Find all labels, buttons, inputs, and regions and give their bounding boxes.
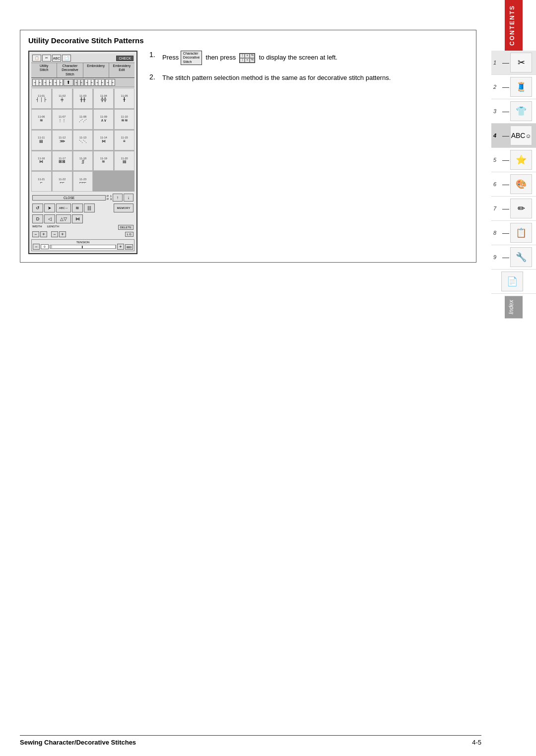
character-stitch-btn[interactable]: CharacterDecorativeStitch xyxy=(181,51,202,65)
tab-utility[interactable]: UtilityStitch xyxy=(31,63,57,77)
grid-cell-3: % xyxy=(250,54,255,58)
close-button[interactable]: CLOSE xyxy=(32,195,106,201)
chapter-4-item[interactable]: 4 — ABC☺ xyxy=(491,124,536,148)
nav-down-icon[interactable]: ↓ xyxy=(124,194,134,202)
chapter-3-item[interactable]: 3 — 👕 xyxy=(491,99,536,124)
chapter-8-item[interactable]: 8 — 📋 xyxy=(491,221,536,245)
icon-abc: ABC xyxy=(52,55,61,62)
chapter-5-item[interactable]: 5 — ⭐ xyxy=(491,148,536,172)
func-abc[interactable]: ABC↔ xyxy=(56,204,71,212)
selected-stitch-5: ┤├ xyxy=(84,79,94,86)
stitch-11-14[interactable]: 11-14⋈ xyxy=(93,130,114,150)
chapter-8-dash: — xyxy=(502,229,509,237)
func-wave[interactable]: ≋ xyxy=(72,204,83,212)
page-p3: P. 3 xyxy=(107,198,112,201)
section-inner: 📋 ✂ ABC 📄 CHECK UtilityStitch CharacterD… xyxy=(28,51,468,254)
func-loop[interactable]: ↺ xyxy=(32,204,43,212)
plus-length[interactable]: + xyxy=(59,231,66,237)
instruction-2: 2. The stitch pattern selection method i… xyxy=(149,73,468,83)
length-label: LENGTH xyxy=(47,225,59,230)
stitch-11-13[interactable]: 11-13⋱⋱ xyxy=(73,130,93,150)
func-arrow[interactable]: ➤ xyxy=(44,204,55,212)
selected-stitch-4: ┤├ xyxy=(74,79,84,86)
instructions: 1. Press CharacterDecorativeStitch then … xyxy=(149,51,468,254)
stitch-11-06[interactable]: 11-06≋ xyxy=(31,109,52,130)
plus-tension[interactable]: + xyxy=(117,244,124,250)
stitch-11-15[interactable]: 11-15≡ xyxy=(114,130,134,150)
chapter-doc-item[interactable]: 📄 xyxy=(491,270,536,294)
chapter-6-item[interactable]: 6 — 🎨 xyxy=(491,172,536,197)
chapter-9-icon: 🔧 xyxy=(510,247,532,267)
stitch-11-02[interactable]: 11-02╪ xyxy=(52,88,72,109)
delete-button[interactable]: DELETE xyxy=(118,225,134,230)
grid-btn[interactable]: │ ≡ % │ ≡ % xyxy=(239,53,255,63)
stitch-11-16[interactable]: 11-16⋈ xyxy=(31,151,52,171)
chapter-1-dash: — xyxy=(502,59,509,67)
main-content: Utility Decorative Stitch Patterns 📋 ✂ A… xyxy=(20,30,476,263)
func-left[interactable]: ◁ xyxy=(44,214,55,223)
func-zigzag[interactable]: ⋈ xyxy=(72,214,83,223)
check-button[interactable]: CHECK xyxy=(116,56,134,61)
stitch-11-09[interactable]: 11-09∧∨ xyxy=(93,109,114,130)
chapter-2-dash: — xyxy=(502,83,509,91)
chapter-8-num: 8 xyxy=(493,230,501,236)
stitch-11-08[interactable]: 11-08⋰⋰ xyxy=(73,109,93,130)
right-sidebar: CONTENTS 1 — ✂ 2 — 🧵 3 — 👕 4 — ABC☺ 5 — … xyxy=(491,0,536,756)
minus-tension[interactable]: − xyxy=(33,244,40,250)
chapter-5-num: 5 xyxy=(493,157,501,163)
stitch-11-19[interactable]: 11-19≋ xyxy=(93,151,114,171)
stitch-11-23[interactable]: 11-23⌐⌐⌐ xyxy=(73,171,93,192)
minus-width[interactable]: − xyxy=(32,231,39,237)
tension-area: TENSION − 0 ▌ + ⊞⊟ xyxy=(31,239,134,251)
tab-edit[interactable]: EmbroideryEdit xyxy=(109,63,134,77)
stitch-grid: 11-01┤ │ ├ 11-02╪ 11-03╫╫ 11-04╬╬ 11-05╂… xyxy=(31,88,134,192)
nav-up-icon[interactable]: ↑ xyxy=(113,194,123,202)
stitch-11-07[interactable]: 11-07⋮⋮ xyxy=(52,109,72,130)
stitch-11-17[interactable]: 11-17⊠⊠ xyxy=(52,151,72,171)
chapter-3-dash: — xyxy=(502,107,509,115)
chapter-1-icon: ✂ xyxy=(510,53,532,72)
selected-stitch-icon: ⬆ xyxy=(64,79,73,86)
stitch-11-03[interactable]: 11-03╫╫ xyxy=(73,88,93,109)
contents-tab[interactable]: CONTENTS xyxy=(505,0,523,51)
grid-cell-6: % xyxy=(250,58,255,63)
tab-character[interactable]: CharacterDecorativeStitch xyxy=(57,63,83,77)
chapter-7-icon: ✏ xyxy=(510,199,532,218)
stitch-11-21[interactable]: 11-21⌐ xyxy=(31,171,52,192)
wl-label-row: WIDTH LENGTH DELETE xyxy=(31,224,134,230)
stitch-11-05[interactable]: 11-05╂ xyxy=(114,88,134,109)
function-row: ↺ ➤ ABC↔ ≋ ||| MEMORY xyxy=(31,203,134,213)
stitch-11-12[interactable]: 11-12⋙ xyxy=(52,130,72,150)
stitch-11-18[interactable]: 11-18∫∫ xyxy=(73,151,93,171)
chapter-5-icon: ⭐ xyxy=(510,150,532,170)
stitch-11-01[interactable]: 11-01┤ │ ├ xyxy=(31,88,52,109)
chapter-2-icon: 🧵 xyxy=(510,77,532,97)
chapter-1-num: 1 xyxy=(493,60,501,66)
tab-embroidery[interactable]: Embroidery xyxy=(83,63,109,77)
stitch-11-20[interactable]: 11-20▤ xyxy=(114,151,134,171)
chapter-7-item[interactable]: 7 — ✏ xyxy=(491,197,536,221)
stitch-11-10[interactable]: 11-10≋≋ xyxy=(114,109,134,130)
footer: Sewing Character/Decorative Stitches 4-5 xyxy=(20,735,481,746)
plus-width[interactable]: + xyxy=(40,231,47,237)
chapter-8-icon: 📋 xyxy=(510,223,532,243)
stitch-11-11[interactable]: 11-11▤ xyxy=(31,130,52,150)
chapter-4-icon: ABC☺ xyxy=(510,126,532,145)
func-triangle[interactable]: △▽ xyxy=(56,214,71,223)
grid-cell-2: ≡ xyxy=(245,54,250,58)
stitch-11-04[interactable]: 11-04╬╬ xyxy=(93,88,114,109)
nav-row: CLOSE P. 1 P. 3 ↑ ↓ xyxy=(31,193,134,203)
chapter-1-item[interactable]: 1 — ✂ xyxy=(491,51,536,75)
index-tab[interactable]: Index xyxy=(505,296,523,318)
instruction-text-2: The stitch pattern selection method is t… xyxy=(162,73,391,83)
func-d[interactable]: D xyxy=(32,214,43,223)
chapter-9-item[interactable]: 9 — 🔧 xyxy=(491,245,536,270)
chapter-7-dash: — xyxy=(502,205,509,212)
chapter-2-item[interactable]: 2 — 🧵 xyxy=(491,75,536,99)
func-bars[interactable]: ||| xyxy=(84,204,95,212)
lg-indicator: L G xyxy=(125,232,134,237)
selected-stitch-6: ┤├ xyxy=(95,79,105,86)
minus-length[interactable]: − xyxy=(51,231,58,237)
stitch-11-22[interactable]: 11-22⌐⌐ xyxy=(52,171,72,192)
memory-button[interactable]: MEMORY xyxy=(114,204,134,212)
